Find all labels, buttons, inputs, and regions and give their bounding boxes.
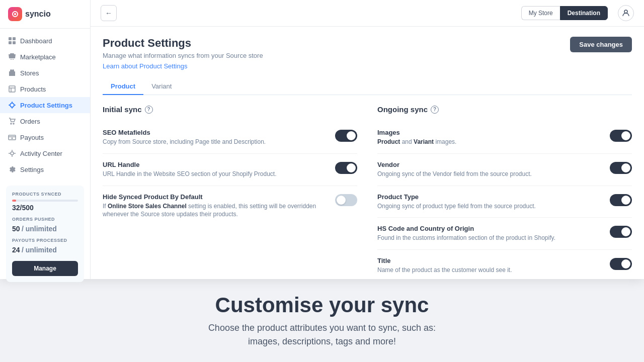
products-synced-numbers: 32/500	[12, 204, 78, 212]
sidebar-nav: Dashboard Marketplace Stores Products Pr…	[0, 29, 90, 182]
bottom-headline: Customise your sync	[215, 293, 429, 317]
products-progress-fill	[12, 200, 16, 202]
sidebar-item-stores[interactable]: Stores	[0, 65, 90, 81]
sidebar-item-products[interactable]: Products	[0, 81, 90, 97]
sidebar-item-orders-label: Orders	[20, 118, 40, 125]
hs-code-info: HS Code and Country of Origin Found in t…	[377, 225, 604, 242]
tab-variant[interactable]: Variant	[143, 78, 180, 95]
svg-point-6	[11, 59, 12, 60]
user-icon	[622, 9, 630, 17]
tab-product[interactable]: Product	[103, 78, 143, 95]
vendor-info: Vendor Ongoing sync of the Vendor field …	[377, 161, 604, 178]
seo-metafields-track	[335, 130, 357, 142]
sidebar-item-settings[interactable]: Settings	[0, 161, 90, 177]
sync-item-vendor: Vendor Ongoing sync of the Vendor field …	[377, 154, 632, 186]
my-store-button[interactable]: My Store	[521, 6, 560, 20]
settings-icon	[8, 165, 16, 173]
payouts-processed-label: PAYOUTS PROCESSED	[12, 238, 78, 243]
manage-button[interactable]: Manage	[12, 261, 78, 276]
seo-metafields-desc: Copy from Source store, including Page t…	[103, 138, 329, 146]
product-type-desc: Ongoing sync of product type field from …	[377, 202, 604, 211]
product-type-info: Product Type Ongoing sync of product typ…	[377, 193, 604, 211]
title-desc: Name of the product as the customer woul…	[377, 266, 604, 275]
orders-limit: / unlimited	[22, 225, 57, 233]
online-store-bold: Online Store Sales Channel	[108, 203, 187, 210]
seo-metafields-name: SEO Metafields	[103, 129, 329, 136]
save-changes-button[interactable]: Save changes	[570, 37, 632, 52]
sidebar-item-product-settings-label: Product Settings	[20, 102, 72, 109]
product-settings-icon	[8, 101, 16, 109]
url-handle-info: URL Handle URL Handle in the Website SEO…	[103, 161, 329, 178]
initial-sync-section: Initial sync ? SEO Metafields Copy from …	[103, 105, 357, 279]
products-current: 32/500	[12, 204, 34, 212]
sync-item-product-type: Product Type Ongoing sync of product typ…	[377, 186, 632, 218]
images-toggle[interactable]	[610, 130, 632, 142]
sidebar-item-marketplace[interactable]: Marketplace	[0, 49, 90, 65]
url-handle-desc: URL Handle in the Website SEO section of…	[103, 170, 329, 178]
app-container: syncio Dashboard Marketplace Stores Prod…	[0, 0, 644, 279]
sidebar-item-stores-label: Stores	[20, 69, 39, 77]
sidebar-item-product-settings[interactable]: Product Settings	[0, 97, 90, 113]
vendor-toggle[interactable]	[610, 162, 632, 174]
payouts-icon	[8, 133, 16, 141]
hide-synced-info: Hide Synced Product By Default If Online…	[103, 193, 329, 219]
sidebar-item-products-label: Products	[20, 85, 46, 93]
learn-more-link[interactable]: Learn about Product Settings	[103, 62, 187, 70]
orders-pushed-label: ORDERS PUSHED	[12, 217, 78, 222]
seo-metafields-toggle[interactable]	[335, 130, 357, 142]
svg-point-11	[11, 123, 12, 124]
product-type-toggle[interactable]	[610, 194, 632, 206]
hs-code-name: HS Code and Country of Origin	[377, 225, 604, 232]
sidebar-item-marketplace-label: Marketplace	[20, 53, 56, 61]
seo-metafields-info: SEO Metafields Copy from Source store, i…	[103, 129, 329, 146]
url-handle-name: URL Handle	[103, 161, 329, 168]
sidebar-item-payouts-label: Payouts	[20, 134, 44, 141]
title-toggle[interactable]	[610, 258, 632, 270]
tab-product-label: Product	[111, 82, 135, 90]
avatar-button[interactable]	[618, 5, 634, 21]
svg-rect-8	[9, 86, 15, 92]
product-bold: Product	[377, 138, 400, 145]
products-icon	[8, 85, 16, 93]
sync-item-title: Title Name of the product as the custome…	[377, 250, 632, 279]
products-synced-label: PRODUCTS SYNCED	[12, 192, 78, 197]
hide-synced-toggle[interactable]	[335, 194, 357, 206]
tab-variant-label: Variant	[151, 82, 172, 90]
products-progress-bg	[12, 200, 78, 202]
svg-point-1	[14, 13, 16, 15]
sidebar-item-dashboard[interactable]: Dashboard	[0, 33, 90, 49]
destination-button[interactable]: Destination	[560, 6, 608, 20]
ongoing-sync-title: Ongoing sync ?	[377, 105, 632, 114]
payouts-current: 24	[12, 246, 20, 254]
sidebar-item-payouts[interactable]: Payouts	[0, 129, 90, 145]
stores-icon	[8, 69, 16, 77]
ongoing-sync-help-icon[interactable]: ?	[431, 106, 439, 114]
hs-code-toggle[interactable]	[610, 226, 632, 238]
seo-metafields-thumb	[347, 131, 356, 140]
title-thumb	[621, 259, 630, 268]
vendor-track	[610, 162, 632, 174]
orders-pushed-numbers: 50 / unlimited	[12, 225, 78, 233]
sidebar-item-dashboard-label: Dashboard	[20, 37, 52, 45]
sidebar-item-orders[interactable]: Orders	[0, 113, 90, 129]
page-header-left: Product Settings Manage what information…	[103, 37, 263, 70]
sidebar-item-activity-center-label: Activity Center	[20, 150, 62, 157]
bottom-section: Customise your sync Choose the product a…	[0, 279, 644, 362]
url-handle-toggle[interactable]	[335, 162, 357, 174]
back-button[interactable]: ←	[101, 5, 117, 21]
sidebar-item-activity-center[interactable]: Activity Center	[0, 145, 90, 161]
logo-text: syncio	[25, 10, 51, 19]
hs-code-desc: Found in the customs information section…	[377, 234, 604, 242]
svg-rect-4	[9, 41, 12, 44]
orders-icon	[8, 117, 16, 125]
images-track	[610, 130, 632, 142]
svg-rect-2	[9, 37, 12, 40]
initial-sync-help-icon[interactable]: ?	[145, 106, 153, 114]
page-header-row: Product Settings Manage what information…	[103, 37, 632, 70]
sync-grid: Initial sync ? SEO Metafields Copy from …	[103, 105, 632, 279]
vendor-desc: Ongoing sync of the Vendor field from th…	[377, 170, 604, 178]
tabs: Product Variant	[103, 78, 632, 95]
bottom-subtext: Choose the product attributes you want t…	[208, 321, 436, 348]
dashboard-icon	[8, 37, 16, 45]
hide-synced-name: Hide Synced Product By Default	[103, 193, 329, 201]
